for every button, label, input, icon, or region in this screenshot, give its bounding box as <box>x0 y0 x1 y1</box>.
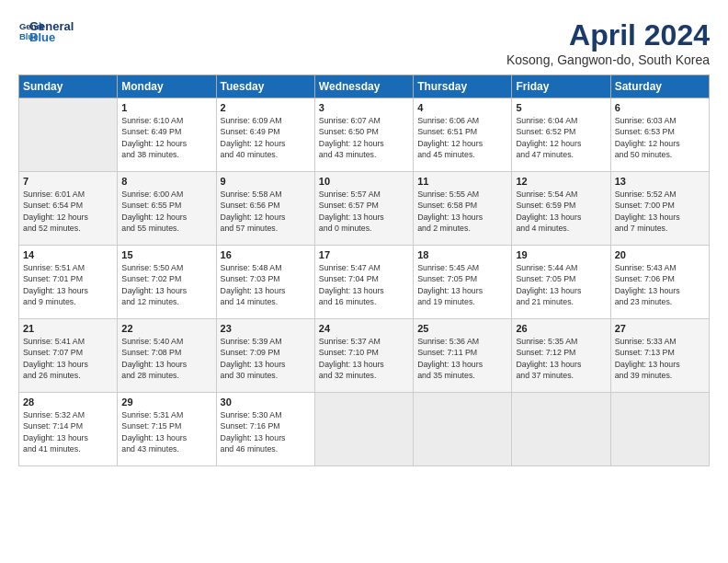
title-block: April 2024 Kosong, Gangwon-do, South Kor… <box>506 18 710 67</box>
day-info: Sunrise: 5:48 AMSunset: 7:03 PMDaylight:… <box>221 262 311 307</box>
weekday-header-row: SundayMondayTuesdayWednesdayThursdayFrid… <box>19 75 710 98</box>
day-number: 23 <box>221 323 311 334</box>
day-cell: 11Sunrise: 5:55 AMSunset: 6:58 PMDayligh… <box>414 172 512 246</box>
day-cell: 1Sunrise: 6:10 AMSunset: 6:49 PMDaylight… <box>118 98 216 172</box>
week-row-5: 28Sunrise: 5:32 AMSunset: 7:14 PMDayligh… <box>19 393 710 466</box>
day-number: 12 <box>516 176 606 187</box>
calendar-body: 1Sunrise: 6:10 AMSunset: 6:49 PMDaylight… <box>19 98 710 466</box>
day-info: Sunrise: 5:43 AMSunset: 7:06 PMDaylight:… <box>615 262 705 307</box>
day-info: Sunrise: 5:50 AMSunset: 7:02 PMDaylight:… <box>121 262 211 307</box>
day-info: Sunrise: 6:09 AMSunset: 6:49 PMDaylight:… <box>221 115 311 160</box>
day-number: 3 <box>319 102 409 113</box>
day-cell: 13Sunrise: 5:52 AMSunset: 7:00 PMDayligh… <box>610 172 709 246</box>
day-info: Sunrise: 6:01 AMSunset: 6:54 PMDaylight:… <box>23 189 113 234</box>
day-cell: 29Sunrise: 5:31 AMSunset: 7:15 PMDayligh… <box>118 393 216 466</box>
day-cell <box>414 393 512 466</box>
day-info: Sunrise: 6:06 AMSunset: 6:51 PMDaylight:… <box>417 115 507 160</box>
day-info: Sunrise: 5:51 AMSunset: 7:01 PMDaylight:… <box>23 262 113 307</box>
day-info: Sunrise: 5:45 AMSunset: 7:05 PMDaylight:… <box>417 262 507 307</box>
day-info: Sunrise: 5:32 AMSunset: 7:14 PMDaylight:… <box>23 409 113 454</box>
day-info: Sunrise: 5:54 AMSunset: 6:59 PMDaylight:… <box>516 189 606 234</box>
weekday-header-wednesday: Wednesday <box>314 75 413 98</box>
calendar-table: SundayMondayTuesdayWednesdayThursdayFrid… <box>18 75 710 466</box>
day-cell: 6Sunrise: 6:03 AMSunset: 6:53 PMDaylight… <box>610 98 709 172</box>
day-number: 2 <box>221 102 311 113</box>
day-cell: 30Sunrise: 5:30 AMSunset: 7:16 PMDayligh… <box>216 393 314 466</box>
week-row-1: 1Sunrise: 6:10 AMSunset: 6:49 PMDaylight… <box>19 98 710 172</box>
day-cell: 20Sunrise: 5:43 AMSunset: 7:06 PMDayligh… <box>610 246 709 319</box>
day-info: Sunrise: 6:07 AMSunset: 6:50 PMDaylight:… <box>319 115 409 160</box>
day-info: Sunrise: 5:31 AMSunset: 7:15 PMDaylight:… <box>121 409 211 454</box>
day-cell: 17Sunrise: 5:47 AMSunset: 7:04 PMDayligh… <box>314 246 413 319</box>
day-cell: 21Sunrise: 5:41 AMSunset: 7:07 PMDayligh… <box>19 319 118 393</box>
day-info: Sunrise: 5:36 AMSunset: 7:11 PMDaylight:… <box>417 336 507 381</box>
logo: General Blue General Blue <box>18 18 74 44</box>
day-number: 4 <box>417 102 507 113</box>
day-cell: 4Sunrise: 6:06 AMSunset: 6:51 PMDaylight… <box>414 98 512 172</box>
weekday-header-saturday: Saturday <box>610 75 709 98</box>
day-cell: 22Sunrise: 5:40 AMSunset: 7:08 PMDayligh… <box>118 319 216 393</box>
day-number: 22 <box>121 323 211 334</box>
day-cell: 23Sunrise: 5:39 AMSunset: 7:09 PMDayligh… <box>216 319 314 393</box>
day-cell: 26Sunrise: 5:35 AMSunset: 7:12 PMDayligh… <box>512 319 610 393</box>
day-cell <box>314 393 413 466</box>
day-info: Sunrise: 5:58 AMSunset: 6:56 PMDaylight:… <box>221 189 311 234</box>
day-info: Sunrise: 5:47 AMSunset: 7:04 PMDaylight:… <box>319 262 409 307</box>
week-row-4: 21Sunrise: 5:41 AMSunset: 7:07 PMDayligh… <box>19 319 710 393</box>
day-cell: 7Sunrise: 6:01 AMSunset: 6:54 PMDaylight… <box>19 172 118 246</box>
day-info: Sunrise: 6:03 AMSunset: 6:53 PMDaylight:… <box>615 115 705 160</box>
week-row-2: 7Sunrise: 6:01 AMSunset: 6:54 PMDaylight… <box>19 172 710 246</box>
day-number: 21 <box>23 323 113 334</box>
day-cell: 28Sunrise: 5:32 AMSunset: 7:14 PMDayligh… <box>19 393 118 466</box>
day-cell: 15Sunrise: 5:50 AMSunset: 7:02 PMDayligh… <box>118 246 216 319</box>
day-info: Sunrise: 5:44 AMSunset: 7:05 PMDaylight:… <box>516 262 606 307</box>
day-number: 20 <box>615 249 705 260</box>
day-info: Sunrise: 5:41 AMSunset: 7:07 PMDaylight:… <box>23 336 113 381</box>
day-info: Sunrise: 5:39 AMSunset: 7:09 PMDaylight:… <box>221 336 311 381</box>
day-cell: 27Sunrise: 5:33 AMSunset: 7:13 PMDayligh… <box>610 319 709 393</box>
day-info: Sunrise: 5:33 AMSunset: 7:13 PMDaylight:… <box>615 336 705 381</box>
day-info: Sunrise: 5:30 AMSunset: 7:16 PMDaylight:… <box>221 409 311 454</box>
day-cell: 8Sunrise: 6:00 AMSunset: 6:55 PMDaylight… <box>118 172 216 246</box>
day-cell: 10Sunrise: 5:57 AMSunset: 6:57 PMDayligh… <box>314 172 413 246</box>
day-number: 16 <box>221 249 311 260</box>
day-cell: 16Sunrise: 5:48 AMSunset: 7:03 PMDayligh… <box>216 246 314 319</box>
day-number: 19 <box>516 249 606 260</box>
day-number: 30 <box>221 396 311 408</box>
day-info: Sunrise: 6:00 AMSunset: 6:55 PMDaylight:… <box>121 189 211 234</box>
day-cell: 24Sunrise: 5:37 AMSunset: 7:10 PMDayligh… <box>314 319 413 393</box>
day-cell: 9Sunrise: 5:58 AMSunset: 6:56 PMDaylight… <box>216 172 314 246</box>
weekday-header-tuesday: Tuesday <box>216 75 314 98</box>
day-cell: 14Sunrise: 5:51 AMSunset: 7:01 PMDayligh… <box>19 246 118 319</box>
day-number: 6 <box>615 102 705 113</box>
day-number: 26 <box>516 323 606 334</box>
day-cell: 12Sunrise: 5:54 AMSunset: 6:59 PMDayligh… <box>512 172 610 246</box>
day-cell: 2Sunrise: 6:09 AMSunset: 6:49 PMDaylight… <box>216 98 314 172</box>
day-info: Sunrise: 5:57 AMSunset: 6:57 PMDaylight:… <box>319 189 409 234</box>
day-info: Sunrise: 5:40 AMSunset: 7:08 PMDaylight:… <box>121 336 211 381</box>
day-cell: 5Sunrise: 6:04 AMSunset: 6:52 PMDaylight… <box>512 98 610 172</box>
weekday-header-monday: Monday <box>118 75 216 98</box>
day-number: 18 <box>417 249 507 260</box>
day-number: 1 <box>121 102 211 113</box>
day-info: Sunrise: 5:37 AMSunset: 7:10 PMDaylight:… <box>319 336 409 381</box>
day-number: 29 <box>121 396 211 408</box>
day-number: 24 <box>319 323 409 334</box>
day-number: 5 <box>516 102 606 113</box>
day-number: 11 <box>417 176 507 187</box>
day-number: 28 <box>23 396 113 408</box>
logo-line2: Blue <box>29 30 74 44</box>
day-info: Sunrise: 5:55 AMSunset: 6:58 PMDaylight:… <box>417 189 507 234</box>
day-number: 7 <box>23 176 113 187</box>
day-number: 8 <box>121 176 211 187</box>
day-cell: 19Sunrise: 5:44 AMSunset: 7:05 PMDayligh… <box>512 246 610 319</box>
day-number: 15 <box>121 249 211 260</box>
weekday-header-thursday: Thursday <box>414 75 512 98</box>
day-cell: 3Sunrise: 6:07 AMSunset: 6:50 PMDaylight… <box>314 98 413 172</box>
location-subtitle: Kosong, Gangwon-do, South Korea <box>506 52 710 67</box>
day-number: 13 <box>615 176 705 187</box>
day-number: 27 <box>615 323 705 334</box>
day-number: 9 <box>221 176 311 187</box>
day-cell: 18Sunrise: 5:45 AMSunset: 7:05 PMDayligh… <box>414 246 512 319</box>
month-title: April 2024 <box>506 18 710 52</box>
